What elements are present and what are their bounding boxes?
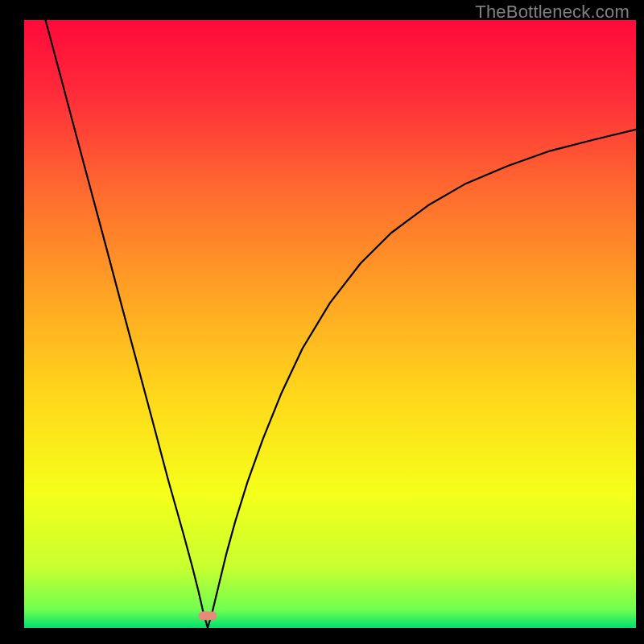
minimum-marker (199, 612, 217, 621)
chart-container: TheBottleneck.com (0, 0, 644, 644)
watermark-text: TheBottleneck.com (475, 2, 630, 23)
plot-background (24, 20, 636, 628)
bottleneck-chart (0, 0, 644, 644)
